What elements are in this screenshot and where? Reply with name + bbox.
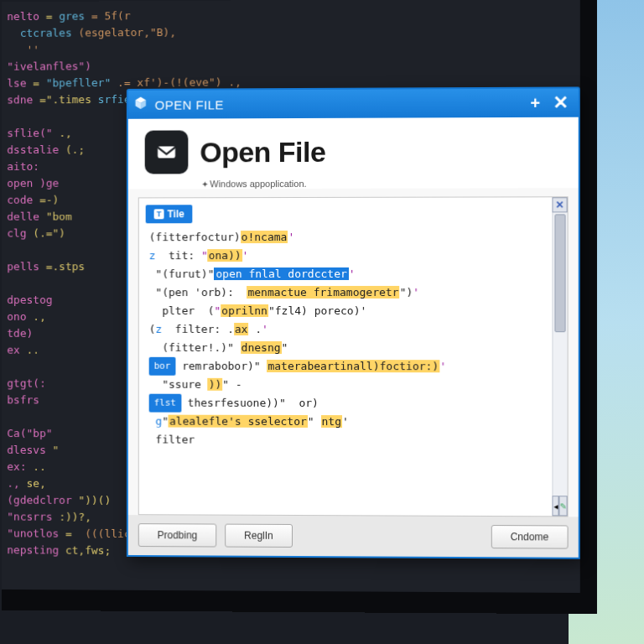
scroll-footer-buttons: ◂ ✎ (552, 496, 567, 516)
cndome-button[interactable]: Cndome (491, 525, 568, 549)
open-file-dialog: OPEN FILE + ✕ Open File ✦Windows appopli… (127, 86, 580, 558)
new-button[interactable]: + (522, 93, 548, 113)
tab-label: Tile (168, 208, 184, 220)
dialog-button-row: Prodbing ReglIn Cndome (128, 515, 579, 558)
svg-rect-0 (158, 146, 175, 158)
close-button[interactable]: ✕ (548, 93, 573, 113)
tile-tab[interactable]: T Tile (146, 205, 193, 223)
pencil-icon[interactable]: ✎ (558, 496, 567, 516)
envelope-icon (145, 130, 189, 174)
monitor-frame: nelto = gres = 5f(r ctcrales (esgelator,… (2, 0, 597, 614)
dialog-subtitle: ✦Windows appoplication. (128, 178, 579, 189)
dialog-titlebar[interactable]: OPEN FILE + ✕ (128, 88, 579, 118)
tab-t-icon: T (154, 209, 164, 219)
scroll-close-icon[interactable]: ✕ (552, 197, 567, 212)
cube-icon (133, 96, 148, 114)
prodbing-button[interactable]: Prodbing (138, 523, 217, 547)
flag-icon[interactable]: ◂ (552, 496, 558, 516)
dialog-header: Open File (128, 117, 579, 179)
reglin-button[interactable]: ReglIn (225, 524, 293, 548)
titlebar-text: OPEN FILE (155, 97, 224, 112)
dialog-content-area: ✕ ◂ ✎ T Tile (fitterfoctur)o!ncama' z ti… (138, 196, 569, 517)
dialog-heading: Open File (200, 135, 325, 168)
vertical-scrollbar[interactable] (552, 212, 567, 496)
scrollbar-thumb[interactable] (554, 214, 565, 332)
code-listing[interactable]: (fitterfoctur)o!ncama' z tit: "ona))' "(… (146, 226, 551, 515)
